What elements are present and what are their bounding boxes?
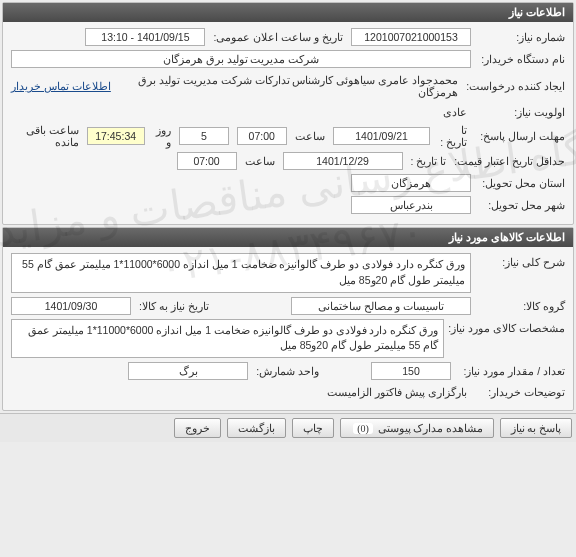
province-label: استان محل تحویل:	[475, 177, 565, 189]
days-text: روز و	[149, 124, 175, 148]
validity-time-label: ساعت	[241, 155, 279, 167]
need-info-panel: اطلاعات نیاز شماره نیاز: 120100702100015…	[2, 2, 574, 225]
announce-label: تاریخ و ساعت اعلان عمومی:	[209, 31, 347, 43]
print-button[interactable]: چاپ	[292, 418, 334, 438]
back-button[interactable]: بازگشت	[227, 418, 286, 438]
until-label-2: تا تاریخ :	[407, 155, 451, 167]
province-field: هرمزگان	[351, 174, 471, 192]
attachments-count: (0)	[353, 423, 373, 434]
attachments-label: مشاهده مدارک پیوستی	[378, 423, 483, 434]
deadline-date-field: 1401/09/21	[333, 127, 431, 145]
buyer-info-link[interactable]: اطلاعات تماس خریدار	[11, 80, 111, 92]
desc-field: ورق کنگره دارد فولادی دو طرف گالوانیزه ض…	[11, 253, 471, 293]
need-info-header: اطلاعات نیاز	[3, 3, 573, 22]
desc-label: شرح کلی نیاز:	[475, 253, 565, 268]
requester-value: محمدجواد عامری سیاهوئی کارشناس تدارکات ش…	[115, 72, 462, 100]
need-no-field: 1201007021000153	[351, 28, 471, 46]
requester-label: ایجاد کننده درخواست:	[466, 80, 565, 92]
goods-info-panel: اطلاعات کالاهای مورد نیاز شرح کلی نیاز: …	[2, 227, 574, 411]
group-field: تاسیسات و مصالح ساختمانی	[291, 297, 471, 315]
need-no-label: شماره نیاز:	[475, 31, 565, 43]
buyer-field: شرکت مدیریت تولید برق هرمزگان	[11, 50, 471, 68]
attachments-button[interactable]: مشاهده مدارک پیوستی (0)	[340, 418, 494, 438]
buyer-label: نام دستگاه خریدار:	[475, 53, 565, 65]
announce-field: 1401/09/15 - 13:10	[85, 28, 205, 46]
group-label: گروه کالا:	[475, 300, 565, 312]
deadline-time-label: ساعت	[291, 130, 329, 142]
unit-label: واحد شمارش:	[252, 365, 323, 377]
need-date-field: 1401/09/30	[11, 297, 131, 315]
validity-time-field: 07:00	[177, 152, 237, 170]
unit-field: برگ	[128, 362, 248, 380]
priority-label: اولویت نیاز:	[475, 106, 565, 118]
respond-button[interactable]: پاسخ به نیاز	[500, 418, 572, 438]
city-field: بندرعباس	[351, 196, 471, 214]
spec-field: ورق کنگره دارد فولادی دو طرف گالوانیزه ض…	[11, 319, 444, 359]
button-bar: پاسخ به نیاز مشاهده مدارک پیوستی (0) چاپ…	[0, 413, 576, 442]
until-label-1: تا تاریخ :	[434, 124, 471, 148]
spec-label: مشخصات کالای مورد نیاز:	[448, 319, 565, 334]
qty-label: تعداد / مقدار مورد نیاز:	[455, 365, 565, 377]
time-remain-field: 17:45:34	[87, 127, 145, 145]
priority-value: عادی	[439, 104, 471, 120]
deadline-time-field: 07:00	[237, 127, 287, 145]
buyer-notes-value: بارگزاری پیش فاکتور الزامیست	[323, 384, 471, 400]
validity-label: حداقل تاریخ اعتبار قیمت:	[454, 155, 565, 167]
deadline-label: مهلت ارسال پاسخ:	[475, 130, 565, 142]
need-date-label: تاریخ نیاز به کالا:	[135, 300, 213, 312]
goods-info-header: اطلاعات کالاهای مورد نیاز	[3, 228, 573, 247]
validity-date-field: 1401/12/29	[283, 152, 403, 170]
buyer-notes-label: توضیحات خریدار:	[475, 386, 565, 398]
days-remain-field: 5	[179, 127, 229, 145]
city-label: شهر محل تحویل:	[475, 199, 565, 211]
exit-button[interactable]: خروج	[174, 418, 221, 438]
time-text: ساعت باقی مانده	[11, 124, 83, 148]
qty-field: 150	[371, 362, 451, 380]
